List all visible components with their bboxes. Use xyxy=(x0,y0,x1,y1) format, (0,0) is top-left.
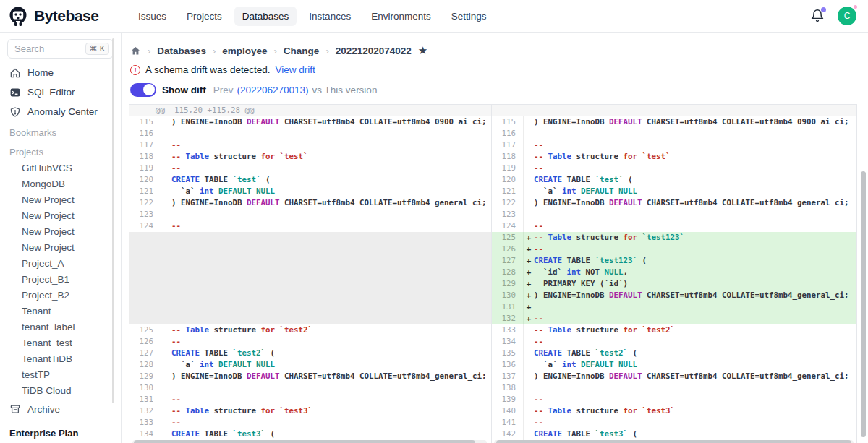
breadcrumb: ›Databases›employee›Change›2022120207402… xyxy=(130,44,859,57)
avatar[interactable]: C xyxy=(838,7,856,25)
nav-item-issues[interactable]: Issues xyxy=(130,7,174,26)
diff-marker xyxy=(161,359,171,371)
hscrollbar-right[interactable] xyxy=(496,440,851,443)
sidebar-project-item[interactable]: TenantTiDB xyxy=(0,351,121,367)
search-field[interactable] xyxy=(14,43,77,54)
diff-marker xyxy=(524,139,534,151)
breadcrumb-item[interactable]: Databases xyxy=(157,46,206,56)
line-number: 119 xyxy=(492,163,524,174)
diff-line xyxy=(129,301,491,313)
breadcrumb-item[interactable]: Change xyxy=(284,46,320,56)
nav-item-environments[interactable]: Environments xyxy=(363,7,439,26)
search-input[interactable]: ⌘ K xyxy=(7,39,114,59)
line-number: 122 xyxy=(492,197,524,209)
line-number: 129 xyxy=(492,278,524,290)
page-scrollbar[interactable] xyxy=(861,171,866,437)
line-number: 126 xyxy=(129,336,161,348)
diff-marker xyxy=(161,186,171,197)
notification-bell-icon[interactable] xyxy=(810,9,825,23)
home-icon xyxy=(9,67,21,79)
nav-item-settings[interactable]: Settings xyxy=(443,7,495,26)
nav-item-databases[interactable]: Databases xyxy=(234,7,297,26)
code-text: `a` int DEFAULT NULL xyxy=(171,186,275,197)
diff-line: 135CREATE TABLE `test2` ( xyxy=(492,348,856,359)
breadcrumb-item[interactable]: 20221202074022 xyxy=(336,46,412,56)
line-number: 141 xyxy=(492,417,524,429)
breadcrumb-separator: › xyxy=(326,46,328,56)
schema-drift-alert: ! A schema drift was detected. View drif… xyxy=(130,64,859,76)
line-number: 132 xyxy=(129,405,161,417)
diff-line: 126+-- xyxy=(492,244,856,255)
sidebar-project-item[interactable]: testTP xyxy=(0,367,121,383)
diff-marker xyxy=(524,348,534,359)
sidebar-item-home[interactable]: Home xyxy=(0,63,121,82)
line-number: 120 xyxy=(129,174,161,186)
line-number: 128 xyxy=(492,267,524,278)
diff-marker xyxy=(524,174,534,186)
sidebar-project-item[interactable]: Project_A xyxy=(0,256,121,272)
breadcrumb-home-icon[interactable] xyxy=(130,46,141,56)
show-diff-label: Show diff xyxy=(162,85,206,95)
sidebar-project-item[interactable]: Tenant_test xyxy=(0,335,121,351)
line-number: 124 xyxy=(129,220,161,232)
line-number: 139 xyxy=(492,394,524,405)
diff-line: 120CREATE TABLE `test` ( xyxy=(492,174,856,186)
brand[interactable]: Bytebase xyxy=(0,5,122,27)
top-navbar: Bytebase IssuesProjectsDatabasesInstance… xyxy=(0,0,868,33)
sidebar-project-item[interactable]: MongoDB xyxy=(0,176,121,192)
code-text: -- xyxy=(171,139,181,151)
archive-icon xyxy=(9,403,21,415)
code-text: CREATE TABLE `test` ( xyxy=(171,174,271,186)
line-number: 132 xyxy=(492,313,524,324)
line-number: 115 xyxy=(129,116,161,128)
nav-item-instances[interactable]: Instances xyxy=(301,7,359,26)
favorite-star-icon[interactable]: ★ xyxy=(418,46,427,56)
code-text: -- xyxy=(171,336,181,348)
breadcrumb-item[interactable]: employee xyxy=(222,46,267,56)
diff-pane-previous: @@ -115,20 +115,28 @@115) ENGINE=InnoDB … xyxy=(129,105,491,443)
line-number xyxy=(129,232,161,244)
code-text: CREATE TABLE `test123` ( xyxy=(534,255,647,267)
sidebar-project-item[interactable]: New Project xyxy=(0,192,121,208)
line-number: 128 xyxy=(129,359,161,371)
diff-marker xyxy=(161,232,171,244)
diff-marker: + xyxy=(524,232,534,244)
sidebar-scroll-area: Bookmarks Projects GitHubVCSMongoDBNew P… xyxy=(0,121,121,398)
diff-marker xyxy=(161,382,171,394)
code-text: -- xyxy=(534,394,543,405)
diff-marker xyxy=(161,116,171,128)
diff-line: 117-- xyxy=(129,139,491,151)
code-text: -- xyxy=(534,313,543,324)
nav-item-projects[interactable]: Projects xyxy=(179,7,230,26)
sidebar-item-sql-editor[interactable]: SQL Editor xyxy=(0,82,121,102)
prev-version-link[interactable]: (202206270013) xyxy=(237,85,309,95)
diff-marker: + xyxy=(524,313,534,324)
sidebar-project-item[interactable]: New Project xyxy=(0,240,121,256)
diff-marker xyxy=(524,116,534,128)
shield-icon xyxy=(9,106,21,118)
sidebar-project-item[interactable]: GitHubVCS xyxy=(0,160,121,176)
diff-line: 121 `a` int DEFAULT NULL xyxy=(492,186,856,197)
diff-line: 120CREATE TABLE `test` ( xyxy=(129,174,491,186)
line-number: 130 xyxy=(129,382,161,394)
sidebar-project-item[interactable]: Project_B1 xyxy=(0,272,121,288)
sidebar-project-item[interactable]: Tenant xyxy=(0,304,121,319)
sidebar-project-item[interactable]: Project_B2 xyxy=(0,288,121,304)
sidebar-project-item[interactable]: New Project xyxy=(0,208,121,224)
sidebar: ⌘ K Home SQL Editor Anomaly Center xyxy=(0,33,122,443)
sidebar-project-item[interactable]: TiDB Cloud xyxy=(0,383,121,398)
sidebar-item-anomaly-center[interactable]: Anomaly Center xyxy=(0,102,121,121)
diff-marker xyxy=(524,417,534,429)
sidebar-project-item[interactable]: tenant_label xyxy=(0,319,121,335)
diff-line: 129) ENGINE=InnoDB DEFAULT CHARSET=utf8m… xyxy=(129,371,491,382)
sidebar-project-item[interactable]: New Project xyxy=(0,224,121,240)
hscrollbar-left[interactable] xyxy=(134,440,475,443)
line-number: 126 xyxy=(492,244,524,255)
view-drift-link[interactable]: View drift xyxy=(276,64,315,75)
sidebar-scrollbar[interactable] xyxy=(112,38,114,403)
line-number: 120 xyxy=(492,174,524,186)
sidebar-item-archive[interactable]: Archive xyxy=(0,398,121,420)
diff-line: 132+-- xyxy=(492,313,856,324)
show-diff-toggle[interactable] xyxy=(130,83,156,97)
line-number: 116 xyxy=(129,128,161,139)
